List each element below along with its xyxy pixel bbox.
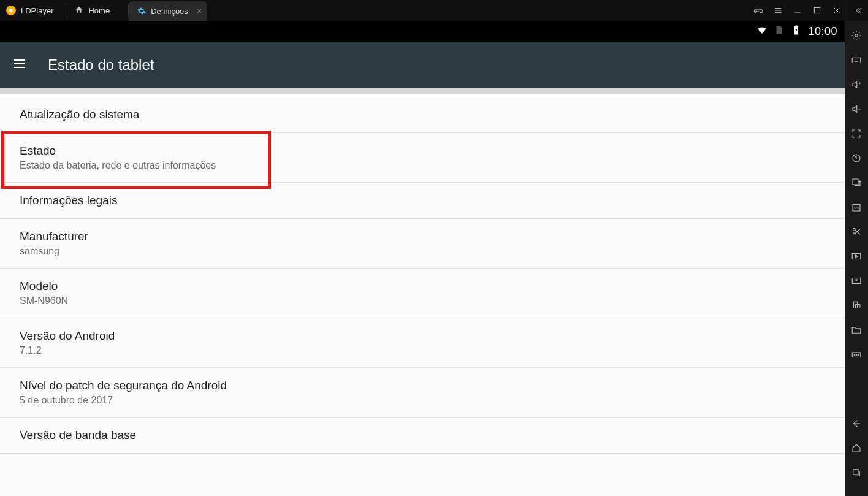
- status-time: 10:00: [808, 25, 837, 38]
- gear-icon: [137, 7, 146, 15]
- settings-item-title: Nível do patch de segurança do Android: [20, 379, 825, 392]
- fullscreen-icon[interactable]: [850, 128, 862, 140]
- page-title: Estado do tablet: [48, 56, 154, 74]
- android-status-bar: 10:00: [0, 21, 845, 42]
- screenshot-icon[interactable]: [850, 275, 862, 287]
- svg-rect-34: [852, 254, 861, 259]
- settings-item[interactable]: Nível do patch de segurança do Android5 …: [0, 368, 845, 418]
- window-controls: [747, 0, 848, 21]
- svg-marker-35: [856, 255, 858, 258]
- settings-item[interactable]: ModeloSM-N960N: [0, 269, 845, 318]
- settings-item-title: Manufacturer: [20, 230, 825, 243]
- settings-item-subtitle: SM-N960N: [20, 296, 825, 307]
- settings-item[interactable]: EstadoEstado da bateria, rede e outras i…: [0, 133, 845, 183]
- emulator-title-bar: LDPlayer Home Definições ×: [0, 0, 868, 21]
- tab-settings[interactable]: Definições ×: [129, 1, 207, 21]
- app-name-label: LDPlayer: [21, 6, 53, 15]
- sync-icon[interactable]: [850, 152, 862, 164]
- header-divider: [0, 88, 845, 94]
- settings-item-title: Atualização do sistema: [20, 108, 825, 121]
- emulator-side-toolbar: APK: [845, 21, 868, 496]
- svg-rect-6: [814, 7, 820, 13]
- svg-rect-15: [852, 58, 861, 63]
- record-icon[interactable]: [850, 250, 862, 262]
- collapse-toolbar-button[interactable]: [848, 0, 868, 21]
- app-brand: LDPlayer: [0, 0, 66, 21]
- home-icon: [75, 6, 83, 16]
- svg-point-41: [856, 354, 857, 356]
- scissors-icon[interactable]: [850, 226, 862, 238]
- ldplayer-logo-icon: [6, 6, 16, 15]
- volume-down-icon[interactable]: [850, 103, 862, 115]
- settings-item[interactable]: Informações legais: [0, 183, 845, 219]
- settings-list[interactable]: Atualização do sistemaEstadoEstado da ba…: [0, 94, 845, 496]
- svg-text:APK: APK: [854, 207, 859, 210]
- apk-install-icon[interactable]: APK: [850, 201, 862, 213]
- wifi-icon: [756, 25, 767, 38]
- shared-folder-icon[interactable]: [850, 324, 862, 336]
- svg-point-42: [858, 354, 859, 356]
- settings-item[interactable]: Versão do Android7.1.2: [0, 318, 845, 368]
- android-screen: 10:00 Estado do tablet Atualização do si…: [0, 21, 845, 496]
- menu-icon[interactable]: [773, 6, 783, 15]
- settings-toolbar: Estado do tablet: [0, 42, 845, 88]
- settings-item-title: Estado: [20, 144, 825, 158]
- settings-item[interactable]: Atualização do sistema: [0, 94, 845, 133]
- close-icon[interactable]: ×: [197, 6, 202, 16]
- close-window-icon[interactable]: [832, 6, 842, 15]
- settings-item-title: Modelo: [20, 280, 825, 293]
- svg-point-14: [855, 34, 858, 37]
- settings-item-title: Informações legais: [20, 194, 825, 207]
- svg-rect-44: [853, 470, 858, 475]
- svg-rect-10: [796, 26, 798, 27]
- svg-line-33: [855, 229, 860, 234]
- settings-item-title: Versão do Android: [20, 329, 825, 343]
- settings-item-subtitle: 5 de outubro de 2017: [20, 395, 825, 406]
- tab-home-label: Home: [88, 6, 110, 15]
- rotate-icon[interactable]: [850, 299, 862, 311]
- volume-up-icon[interactable]: [850, 78, 862, 91]
- settings-item-subtitle: Estado da bateria, rede e outras informa…: [20, 160, 825, 171]
- battery-icon: [791, 25, 802, 38]
- settings-item[interactable]: Manufacturersamsung: [0, 219, 845, 269]
- svg-rect-38: [856, 305, 861, 308]
- svg-rect-25: [853, 179, 858, 185]
- more-icon[interactable]: [850, 348, 862, 361]
- sim-icon: [774, 25, 785, 38]
- hamburger-icon[interactable]: [12, 56, 27, 74]
- android-recents-icon[interactable]: [850, 467, 862, 479]
- android-back-icon[interactable]: [850, 418, 862, 430]
- svg-point-40: [854, 354, 855, 356]
- settings-item-subtitle: samsung: [20, 246, 825, 257]
- settings-item[interactable]: Versão de banda base: [0, 418, 845, 454]
- settings-gear-icon[interactable]: [850, 29, 862, 42]
- settings-item-title: Versão de banda base: [20, 429, 825, 442]
- multi-instance-icon[interactable]: [850, 177, 862, 189]
- tab-home[interactable]: Home: [66, 0, 128, 21]
- gamepad-icon[interactable]: [753, 6, 763, 15]
- svg-line-32: [855, 230, 860, 235]
- keyboard-icon[interactable]: [850, 54, 862, 66]
- tab-settings-label: Definições: [151, 7, 188, 16]
- settings-item-subtitle: 7.1.2: [20, 345, 825, 356]
- android-home-icon[interactable]: [850, 442, 862, 454]
- minimize-icon[interactable]: [793, 6, 802, 15]
- maximize-icon[interactable]: [812, 6, 822, 15]
